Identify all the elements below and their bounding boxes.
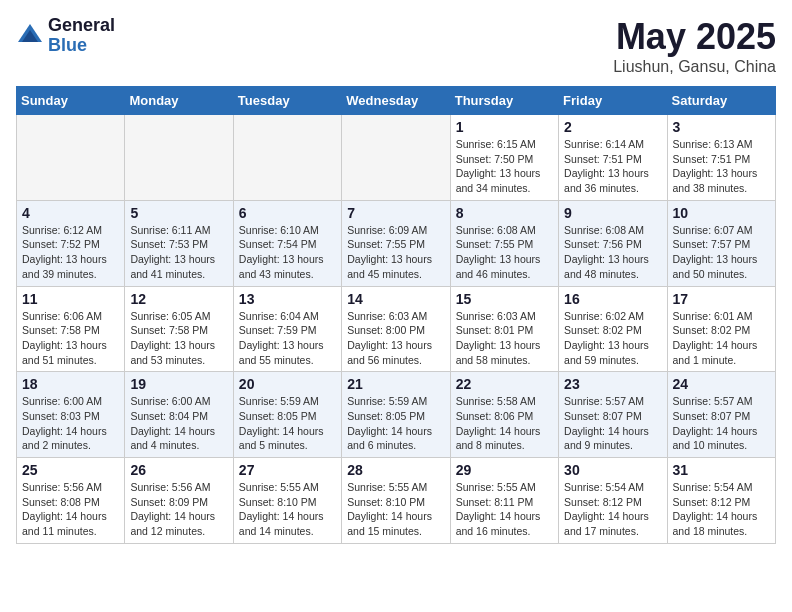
calendar-cell: 10Sunrise: 6:07 AM Sunset: 7:57 PM Dayli… xyxy=(667,200,775,286)
day-info: Sunrise: 6:11 AM Sunset: 7:53 PM Dayligh… xyxy=(130,223,227,282)
day-info: Sunrise: 6:05 AM Sunset: 7:58 PM Dayligh… xyxy=(130,309,227,368)
day-info: Sunrise: 6:00 AM Sunset: 8:04 PM Dayligh… xyxy=(130,394,227,453)
calendar-cell: 21Sunrise: 5:59 AM Sunset: 8:05 PM Dayli… xyxy=(342,372,450,458)
day-info: Sunrise: 6:07 AM Sunset: 7:57 PM Dayligh… xyxy=(673,223,770,282)
day-number: 10 xyxy=(673,205,770,221)
calendar-cell: 6Sunrise: 6:10 AM Sunset: 7:54 PM Daylig… xyxy=(233,200,341,286)
day-number: 13 xyxy=(239,291,336,307)
calendar-cell: 29Sunrise: 5:55 AM Sunset: 8:11 PM Dayli… xyxy=(450,458,558,544)
day-info: Sunrise: 6:03 AM Sunset: 8:00 PM Dayligh… xyxy=(347,309,444,368)
calendar-cell: 2Sunrise: 6:14 AM Sunset: 7:51 PM Daylig… xyxy=(559,115,667,201)
location-subtitle: Liushun, Gansu, China xyxy=(613,58,776,76)
calendar-week-row: 25Sunrise: 5:56 AM Sunset: 8:08 PM Dayli… xyxy=(17,458,776,544)
calendar-cell: 25Sunrise: 5:56 AM Sunset: 8:08 PM Dayli… xyxy=(17,458,125,544)
calendar-cell: 8Sunrise: 6:08 AM Sunset: 7:55 PM Daylig… xyxy=(450,200,558,286)
month-title: May 2025 xyxy=(613,16,776,58)
day-info: Sunrise: 5:54 AM Sunset: 8:12 PM Dayligh… xyxy=(673,480,770,539)
day-info: Sunrise: 5:57 AM Sunset: 8:07 PM Dayligh… xyxy=(564,394,661,453)
day-number: 5 xyxy=(130,205,227,221)
calendar-cell: 5Sunrise: 6:11 AM Sunset: 7:53 PM Daylig… xyxy=(125,200,233,286)
calendar-cell: 23Sunrise: 5:57 AM Sunset: 8:07 PM Dayli… xyxy=(559,372,667,458)
day-number: 23 xyxy=(564,376,661,392)
day-number: 6 xyxy=(239,205,336,221)
page-header: General Blue May 2025 Liushun, Gansu, Ch… xyxy=(16,16,776,76)
day-number: 14 xyxy=(347,291,444,307)
day-info: Sunrise: 6:03 AM Sunset: 8:01 PM Dayligh… xyxy=(456,309,553,368)
weekday-header: Saturday xyxy=(667,87,775,115)
day-number: 11 xyxy=(22,291,119,307)
day-number: 8 xyxy=(456,205,553,221)
weekday-header: Friday xyxy=(559,87,667,115)
day-number: 28 xyxy=(347,462,444,478)
calendar-cell xyxy=(233,115,341,201)
day-number: 22 xyxy=(456,376,553,392)
calendar-cell: 14Sunrise: 6:03 AM Sunset: 8:00 PM Dayli… xyxy=(342,286,450,372)
day-info: Sunrise: 5:57 AM Sunset: 8:07 PM Dayligh… xyxy=(673,394,770,453)
weekday-header: Monday xyxy=(125,87,233,115)
calendar-cell: 4Sunrise: 6:12 AM Sunset: 7:52 PM Daylig… xyxy=(17,200,125,286)
day-info: Sunrise: 5:56 AM Sunset: 8:09 PM Dayligh… xyxy=(130,480,227,539)
calendar-cell: 3Sunrise: 6:13 AM Sunset: 7:51 PM Daylig… xyxy=(667,115,775,201)
calendar-cell: 31Sunrise: 5:54 AM Sunset: 8:12 PM Dayli… xyxy=(667,458,775,544)
calendar-cell: 16Sunrise: 6:02 AM Sunset: 8:02 PM Dayli… xyxy=(559,286,667,372)
day-number: 20 xyxy=(239,376,336,392)
day-number: 16 xyxy=(564,291,661,307)
calendar-cell: 19Sunrise: 6:00 AM Sunset: 8:04 PM Dayli… xyxy=(125,372,233,458)
calendar-cell: 20Sunrise: 5:59 AM Sunset: 8:05 PM Dayli… xyxy=(233,372,341,458)
day-number: 17 xyxy=(673,291,770,307)
day-number: 24 xyxy=(673,376,770,392)
calendar-cell: 12Sunrise: 6:05 AM Sunset: 7:58 PM Dayli… xyxy=(125,286,233,372)
calendar-cell: 9Sunrise: 6:08 AM Sunset: 7:56 PM Daylig… xyxy=(559,200,667,286)
day-info: Sunrise: 6:04 AM Sunset: 7:59 PM Dayligh… xyxy=(239,309,336,368)
day-info: Sunrise: 5:59 AM Sunset: 8:05 PM Dayligh… xyxy=(239,394,336,453)
calendar-cell: 24Sunrise: 5:57 AM Sunset: 8:07 PM Dayli… xyxy=(667,372,775,458)
calendar-cell: 18Sunrise: 6:00 AM Sunset: 8:03 PM Dayli… xyxy=(17,372,125,458)
day-info: Sunrise: 6:08 AM Sunset: 7:55 PM Dayligh… xyxy=(456,223,553,282)
weekday-header: Tuesday xyxy=(233,87,341,115)
logo-icon xyxy=(16,22,44,50)
logo-text: General Blue xyxy=(48,16,115,56)
day-info: Sunrise: 5:54 AM Sunset: 8:12 PM Dayligh… xyxy=(564,480,661,539)
day-info: Sunrise: 5:58 AM Sunset: 8:06 PM Dayligh… xyxy=(456,394,553,453)
day-number: 12 xyxy=(130,291,227,307)
day-info: Sunrise: 6:12 AM Sunset: 7:52 PM Dayligh… xyxy=(22,223,119,282)
calendar-week-row: 1Sunrise: 6:15 AM Sunset: 7:50 PM Daylig… xyxy=(17,115,776,201)
weekday-header: Wednesday xyxy=(342,87,450,115)
calendar-cell: 11Sunrise: 6:06 AM Sunset: 7:58 PM Dayli… xyxy=(17,286,125,372)
weekday-header: Thursday xyxy=(450,87,558,115)
day-number: 15 xyxy=(456,291,553,307)
day-number: 18 xyxy=(22,376,119,392)
day-number: 7 xyxy=(347,205,444,221)
day-info: Sunrise: 6:14 AM Sunset: 7:51 PM Dayligh… xyxy=(564,137,661,196)
logo-blue: Blue xyxy=(48,36,115,56)
calendar-cell: 27Sunrise: 5:55 AM Sunset: 8:10 PM Dayli… xyxy=(233,458,341,544)
calendar-cell: 13Sunrise: 6:04 AM Sunset: 7:59 PM Dayli… xyxy=(233,286,341,372)
calendar-cell: 1Sunrise: 6:15 AM Sunset: 7:50 PM Daylig… xyxy=(450,115,558,201)
day-info: Sunrise: 6:09 AM Sunset: 7:55 PM Dayligh… xyxy=(347,223,444,282)
day-info: Sunrise: 5:56 AM Sunset: 8:08 PM Dayligh… xyxy=(22,480,119,539)
day-number: 4 xyxy=(22,205,119,221)
day-info: Sunrise: 6:02 AM Sunset: 8:02 PM Dayligh… xyxy=(564,309,661,368)
day-number: 1 xyxy=(456,119,553,135)
day-number: 30 xyxy=(564,462,661,478)
logo-general: General xyxy=(48,16,115,36)
day-info: Sunrise: 5:55 AM Sunset: 8:10 PM Dayligh… xyxy=(347,480,444,539)
day-info: Sunrise: 6:13 AM Sunset: 7:51 PM Dayligh… xyxy=(673,137,770,196)
day-info: Sunrise: 6:00 AM Sunset: 8:03 PM Dayligh… xyxy=(22,394,119,453)
calendar-cell: 26Sunrise: 5:56 AM Sunset: 8:09 PM Dayli… xyxy=(125,458,233,544)
weekday-header-row: SundayMondayTuesdayWednesdayThursdayFrid… xyxy=(17,87,776,115)
day-info: Sunrise: 6:10 AM Sunset: 7:54 PM Dayligh… xyxy=(239,223,336,282)
weekday-header: Sunday xyxy=(17,87,125,115)
day-info: Sunrise: 6:01 AM Sunset: 8:02 PM Dayligh… xyxy=(673,309,770,368)
day-number: 26 xyxy=(130,462,227,478)
day-number: 19 xyxy=(130,376,227,392)
day-number: 27 xyxy=(239,462,336,478)
day-number: 31 xyxy=(673,462,770,478)
calendar-cell: 28Sunrise: 5:55 AM Sunset: 8:10 PM Dayli… xyxy=(342,458,450,544)
logo: General Blue xyxy=(16,16,115,56)
day-number: 21 xyxy=(347,376,444,392)
calendar-week-row: 4Sunrise: 6:12 AM Sunset: 7:52 PM Daylig… xyxy=(17,200,776,286)
day-info: Sunrise: 6:15 AM Sunset: 7:50 PM Dayligh… xyxy=(456,137,553,196)
calendar-cell: 22Sunrise: 5:58 AM Sunset: 8:06 PM Dayli… xyxy=(450,372,558,458)
calendar-cell xyxy=(125,115,233,201)
